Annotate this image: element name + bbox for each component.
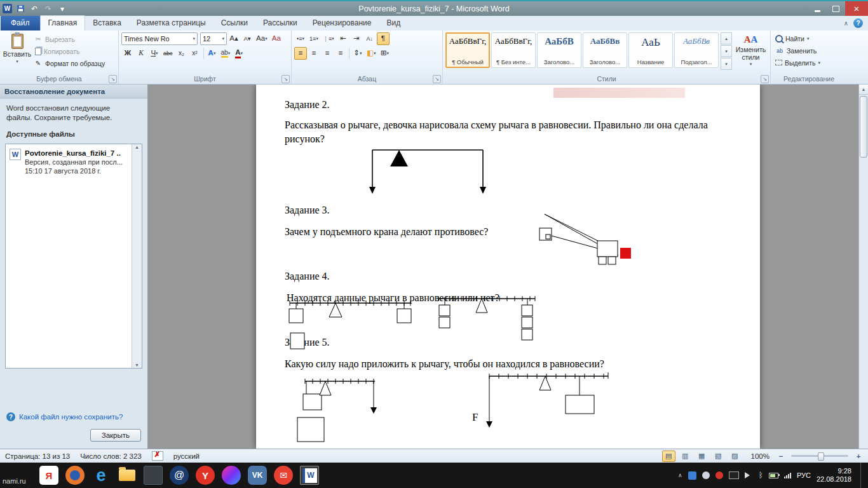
display-tray-icon[interactable] [729,471,739,479]
vk-icon[interactable]: VK [248,466,267,485]
styles-more-button[interactable]: ▾ [721,58,732,70]
edge-browser-icon[interactable]: e [92,466,111,485]
tab-mailings[interactable]: Рассылки [255,16,305,30]
styles-dialog-launcher[interactable]: ↘ [761,75,769,83]
line-spacing-button[interactable]: ⇕▾ [351,47,364,60]
font-color-button[interactable]: А▾ [233,47,245,60]
font-dialog-launcher[interactable]: ↘ [281,75,290,83]
yandex-icon[interactable]: Я [39,466,58,485]
network-icon[interactable] [784,472,791,478]
minimize-ribbon-button[interactable]: ∧ [844,20,848,27]
font-family-select[interactable]: Times New Ro▾ [121,32,198,45]
copy-button[interactable]: Копировать [32,45,107,57]
document-page[interactable]: Задание 2. Рассказывая о рычаге, девочка… [256,85,760,449]
page-indicator[interactable]: Страница: 13 из 13 [5,452,70,460]
show-desktop-button[interactable] [860,463,865,488]
shading-button[interactable]: ◧▾ [365,47,377,60]
language-indicator[interactable]: русский [173,452,200,460]
tray-app-icon-2[interactable] [702,471,710,479]
reading-view-button[interactable]: ▥ [679,451,692,462]
increase-indent-button[interactable]: ⇥ [350,32,363,45]
strikethrough-button[interactable]: abc [161,47,175,60]
battery-icon[interactable] [769,473,778,478]
save-button[interactable] [15,3,26,15]
style-subtitle[interactable]: АаБбВв Подзагол... [674,32,719,68]
zoom-in-button[interactable]: + [854,452,863,460]
tray-app-icon-1[interactable] [688,471,696,480]
zoom-out-button[interactable]: − [776,452,785,460]
scrollbar-thumb[interactable] [860,96,867,158]
clear-formatting-button[interactable]: Аа [270,32,283,45]
scroll-up-arrow[interactable]: ▲ [859,85,868,95]
web-layout-view-button[interactable]: ▦ [695,451,709,462]
grow-font-button[interactable]: А▴ [227,32,240,45]
clock[interactable]: 9:28 22.08.2018 [817,467,851,484]
clipboard-dialog-launcher[interactable]: ↘ [109,75,117,83]
replace-button[interactable]: abЗаменить [773,44,844,57]
change-case-button[interactable]: Аа▾ [254,32,269,45]
volume-icon[interactable] [745,472,753,478]
recovery-close-button[interactable]: Закрыть [90,429,141,442]
spell-check-icon[interactable]: ✗ [152,451,163,461]
style-heading2[interactable]: АаБбВв Заголово... [583,32,627,68]
undo-button[interactable]: ↶ [29,3,40,15]
show-marks-button[interactable]: ¶ [377,32,390,45]
underline-button[interactable]: Ч▾ [148,47,161,60]
italic-button[interactable]: К [135,47,147,60]
bold-button[interactable]: Ж [121,47,134,60]
format-painter-button[interactable]: ✎Формат по образцу [32,57,107,69]
tab-review[interactable]: Рецензирование [305,16,379,30]
superscript-button[interactable]: х² [189,47,201,60]
firefox-icon[interactable] [65,466,85,485]
keyboard-language[interactable]: РУС [797,471,811,479]
word-count[interactable]: Число слов: 2 323 [80,452,142,460]
zoom-level[interactable]: 100% [751,452,770,460]
tab-page-layout[interactable]: Разметка страницы [129,16,214,30]
style-title[interactable]: АаЬ Название [628,32,673,68]
tab-home[interactable]: Главная [40,15,86,30]
tab-references[interactable]: Ссылки [214,16,255,30]
print-layout-view-button[interactable]: ▤ [662,451,675,462]
styles-scroll-down[interactable]: ▾ [721,45,732,57]
tray-expand-icon[interactable]: ∧ [678,472,682,478]
restore-button[interactable] [827,1,845,16]
draft-view-button[interactable]: ▨ [728,451,742,462]
recovery-list-scrollbar[interactable]: ▲ ▼ [132,144,142,368]
paste-button[interactable]: Вставить ▾ [3,32,32,69]
select-button[interactable]: Выделить▾ [773,57,844,69]
file-explorer-icon[interactable] [118,466,137,485]
decrease-indent-button[interactable]: ⇤ [337,32,349,45]
numbering-button[interactable]: 1≡▾ [308,32,320,45]
vertical-scrollbar[interactable]: ▲ [858,85,868,449]
dark-app-icon[interactable] [144,466,163,485]
close-button[interactable]: × [845,1,868,16]
justify-button[interactable]: ≡ [334,47,347,60]
text-effects-button[interactable]: А▾ [206,47,219,60]
find-button[interactable]: Найти▾ [773,32,844,44]
qat-dropdown[interactable]: ▾ [57,3,68,15]
tray-app-icon-3[interactable] [715,471,723,479]
bluetooth-icon[interactable]: ᛒ [759,471,763,480]
media-app-icon[interactable] [222,466,241,485]
font-size-select[interactable]: 12▾ [200,32,227,45]
multilevel-list-button[interactable]: ⋮≡▾ [321,32,336,45]
borders-button[interactable]: ⊞▾ [378,47,391,60]
mailru-agent-icon[interactable]: @ [170,466,189,485]
redo-button[interactable]: ↷ [43,3,54,15]
bullets-button[interactable]: •≡▾ [294,32,307,45]
yandex-browser-icon[interactable]: Y [196,466,215,485]
tab-file[interactable]: Файл [1,16,40,30]
align-right-button[interactable]: ≡ [321,47,334,60]
scroll-down-icon[interactable]: ▼ [135,363,139,367]
style-heading1[interactable]: АаБбВ Заголово... [537,32,581,68]
paragraph-dialog-launcher[interactable]: ↘ [433,75,441,83]
sort-button[interactable]: А↓ [363,32,376,45]
help-button[interactable]: ? [853,18,863,28]
scroll-up-icon[interactable]: ▲ [135,145,139,149]
change-styles-button[interactable]: АА Изменить стили ▾ [734,32,768,67]
align-left-button[interactable]: ≡ [294,47,307,60]
tab-view[interactable]: Вид [379,16,408,30]
highlight-button[interactable]: ab▾ [219,47,233,60]
zoom-slider[interactable] [791,455,848,457]
mailru-mail-icon[interactable]: ✉ [274,466,293,485]
